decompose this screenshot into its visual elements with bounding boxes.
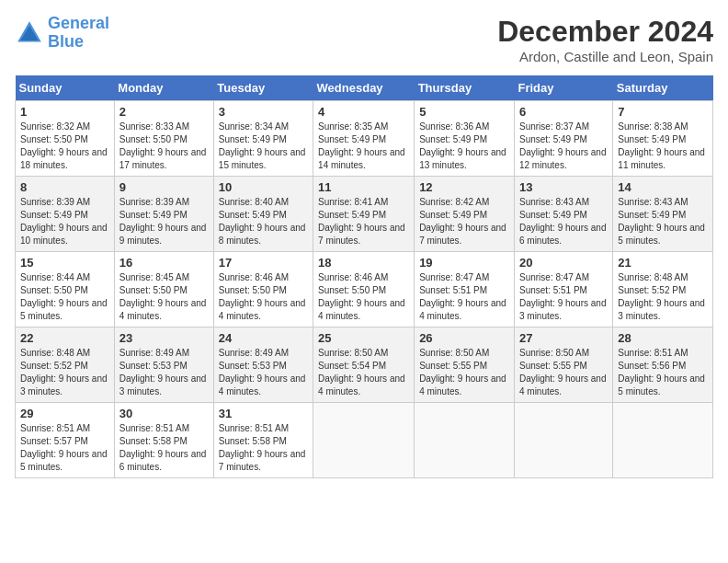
day-number: 17 xyxy=(219,256,308,270)
day-number: 20 xyxy=(519,256,608,270)
day-number: 3 xyxy=(219,105,308,119)
title-block: December 2024 Ardon, Castille and Leon, … xyxy=(497,15,713,64)
day-number: 28 xyxy=(618,331,708,345)
location-title: Ardon, Castille and Leon, Spain xyxy=(497,49,713,64)
weekday-header-row: SundayMondayTuesdayWednesdayThursdayFrid… xyxy=(16,75,713,101)
calendar-cell xyxy=(514,403,612,478)
weekday-header-saturday: Saturday xyxy=(613,75,713,101)
calendar-cell: 22 Sunrise: 8:48 AMSunset: 5:52 PMDaylig… xyxy=(16,327,115,403)
day-number: 5 xyxy=(419,105,509,119)
cell-info: Sunrise: 8:48 AMSunset: 5:52 PMDaylight:… xyxy=(20,347,109,398)
day-number: 15 xyxy=(20,256,109,270)
day-number: 13 xyxy=(519,180,608,194)
cell-info: Sunrise: 8:35 AMSunset: 5:49 PMDaylight:… xyxy=(318,121,409,172)
cell-info: Sunrise: 8:51 AMSunset: 5:58 PMDaylight:… xyxy=(219,422,308,474)
cell-info: Sunrise: 8:43 AMSunset: 5:49 PMDaylight:… xyxy=(618,196,708,247)
calendar-cell: 27 Sunrise: 8:50 AMSunset: 5:55 PMDaylig… xyxy=(514,327,612,403)
calendar-cell: 17 Sunrise: 8:46 AMSunset: 5:50 PMDaylig… xyxy=(213,252,313,327)
calendar-week-5: 29 Sunrise: 8:51 AMSunset: 5:57 PMDaylig… xyxy=(16,403,713,478)
calendar-cell: 5 Sunrise: 8:36 AMSunset: 5:49 PMDayligh… xyxy=(415,101,515,177)
day-number: 19 xyxy=(419,256,509,270)
calendar-week-4: 22 Sunrise: 8:48 AMSunset: 5:52 PMDaylig… xyxy=(16,327,713,403)
calendar-cell: 25 Sunrise: 8:50 AMSunset: 5:54 PMDaylig… xyxy=(313,327,415,403)
day-number: 21 xyxy=(618,256,708,270)
cell-info: Sunrise: 8:44 AMSunset: 5:50 PMDaylight:… xyxy=(20,271,109,323)
calendar-cell: 23 Sunrise: 8:49 AMSunset: 5:53 PMDaylig… xyxy=(114,327,213,403)
cell-info: Sunrise: 8:45 AMSunset: 5:50 PMDaylight:… xyxy=(119,271,209,323)
calendar-cell: 21 Sunrise: 8:48 AMSunset: 5:52 PMDaylig… xyxy=(613,252,713,327)
cell-info: Sunrise: 8:49 AMSunset: 5:53 PMDaylight:… xyxy=(219,347,308,398)
day-number: 27 xyxy=(519,331,608,345)
weekday-header-thursday: Thursday xyxy=(415,75,515,101)
day-number: 2 xyxy=(119,105,209,119)
day-number: 29 xyxy=(20,407,109,420)
cell-info: Sunrise: 8:40 AMSunset: 5:49 PMDaylight:… xyxy=(219,196,308,247)
cell-info: Sunrise: 8:33 AMSunset: 5:50 PMDaylight:… xyxy=(119,121,209,172)
cell-info: Sunrise: 8:37 AMSunset: 5:49 PMDaylight:… xyxy=(519,121,608,172)
day-number: 22 xyxy=(20,331,109,345)
cell-info: Sunrise: 8:46 AMSunset: 5:50 PMDaylight:… xyxy=(219,271,308,323)
day-number: 24 xyxy=(219,331,308,345)
calendar-cell: 15 Sunrise: 8:44 AMSunset: 5:50 PMDaylig… xyxy=(16,252,115,327)
calendar-cell: 26 Sunrise: 8:50 AMSunset: 5:55 PMDaylig… xyxy=(415,327,515,403)
cell-info: Sunrise: 8:43 AMSunset: 5:49 PMDaylight:… xyxy=(519,196,608,247)
calendar-cell: 16 Sunrise: 8:45 AMSunset: 5:50 PMDaylig… xyxy=(114,252,213,327)
day-number: 11 xyxy=(318,180,409,194)
calendar-cell: 29 Sunrise: 8:51 AMSunset: 5:57 PMDaylig… xyxy=(16,403,115,478)
calendar-cell: 12 Sunrise: 8:42 AMSunset: 5:49 PMDaylig… xyxy=(415,177,515,252)
calendar-cell: 30 Sunrise: 8:51 AMSunset: 5:58 PMDaylig… xyxy=(114,403,213,478)
day-number: 18 xyxy=(318,256,409,270)
day-number: 23 xyxy=(119,331,209,345)
day-number: 10 xyxy=(219,180,308,194)
cell-info: Sunrise: 8:39 AMSunset: 5:49 PMDaylight:… xyxy=(119,196,209,247)
cell-info: Sunrise: 8:50 AMSunset: 5:55 PMDaylight:… xyxy=(419,347,509,398)
calendar-cell: 20 Sunrise: 8:47 AMSunset: 5:51 PMDaylig… xyxy=(514,252,612,327)
calendar-cell: 4 Sunrise: 8:35 AMSunset: 5:49 PMDayligh… xyxy=(313,101,415,177)
calendar-cell: 1 Sunrise: 8:32 AMSunset: 5:50 PMDayligh… xyxy=(16,101,115,177)
weekday-header-monday: Monday xyxy=(114,75,213,101)
cell-info: Sunrise: 8:50 AMSunset: 5:55 PMDaylight:… xyxy=(519,347,608,398)
calendar-cell: 3 Sunrise: 8:34 AMSunset: 5:49 PMDayligh… xyxy=(213,101,313,177)
cell-info: Sunrise: 8:36 AMSunset: 5:49 PMDaylight:… xyxy=(419,121,509,172)
calendar-cell: 28 Sunrise: 8:51 AMSunset: 5:56 PMDaylig… xyxy=(613,327,713,403)
calendar-week-1: 1 Sunrise: 8:32 AMSunset: 5:50 PMDayligh… xyxy=(16,101,713,177)
calendar-cell xyxy=(613,403,713,478)
calendar-cell: 7 Sunrise: 8:38 AMSunset: 5:49 PMDayligh… xyxy=(613,101,713,177)
cell-info: Sunrise: 8:47 AMSunset: 5:51 PMDaylight:… xyxy=(419,271,509,323)
cell-info: Sunrise: 8:51 AMSunset: 5:58 PMDaylight:… xyxy=(119,422,209,474)
calendar-cell: 18 Sunrise: 8:46 AMSunset: 5:50 PMDaylig… xyxy=(313,252,415,327)
calendar-cell: 13 Sunrise: 8:43 AMSunset: 5:49 PMDaylig… xyxy=(514,177,612,252)
calendar-cell xyxy=(415,403,515,478)
day-number: 14 xyxy=(618,180,708,194)
day-number: 16 xyxy=(119,256,209,270)
cell-info: Sunrise: 8:49 AMSunset: 5:53 PMDaylight:… xyxy=(119,347,209,398)
month-title: December 2024 xyxy=(497,15,713,49)
calendar-cell: 2 Sunrise: 8:33 AMSunset: 5:50 PMDayligh… xyxy=(114,101,213,177)
calendar-week-2: 8 Sunrise: 8:39 AMSunset: 5:49 PMDayligh… xyxy=(16,177,713,252)
cell-info: Sunrise: 8:41 AMSunset: 5:49 PMDaylight:… xyxy=(318,196,409,247)
cell-info: Sunrise: 8:32 AMSunset: 5:50 PMDaylight:… xyxy=(20,121,109,172)
weekday-header-sunday: Sunday xyxy=(16,75,115,101)
cell-info: Sunrise: 8:42 AMSunset: 5:49 PMDaylight:… xyxy=(419,196,509,247)
day-number: 30 xyxy=(119,407,209,420)
calendar-cell: 14 Sunrise: 8:43 AMSunset: 5:49 PMDaylig… xyxy=(613,177,713,252)
day-number: 6 xyxy=(519,105,608,119)
cell-info: Sunrise: 8:51 AMSunset: 5:57 PMDaylight:… xyxy=(20,422,109,474)
calendar-cell: 6 Sunrise: 8:37 AMSunset: 5:49 PMDayligh… xyxy=(514,101,612,177)
day-number: 31 xyxy=(219,407,308,420)
calendar-cell: 11 Sunrise: 8:41 AMSunset: 5:49 PMDaylig… xyxy=(313,177,415,252)
day-number: 8 xyxy=(20,180,109,194)
day-number: 9 xyxy=(119,180,209,194)
logo-icon xyxy=(15,18,44,48)
cell-info: Sunrise: 8:46 AMSunset: 5:50 PMDaylight:… xyxy=(318,271,409,323)
weekday-header-friday: Friday xyxy=(514,75,612,101)
cell-info: Sunrise: 8:34 AMSunset: 5:49 PMDaylight:… xyxy=(219,121,308,172)
cell-info: Sunrise: 8:48 AMSunset: 5:52 PMDaylight:… xyxy=(618,271,708,323)
logo-text: General Blue xyxy=(48,15,109,52)
calendar-cell: 24 Sunrise: 8:49 AMSunset: 5:53 PMDaylig… xyxy=(213,327,313,403)
day-number: 4 xyxy=(318,105,409,119)
calendar-cell: 10 Sunrise: 8:40 AMSunset: 5:49 PMDaylig… xyxy=(213,177,313,252)
weekday-header-wednesday: Wednesday xyxy=(313,75,415,101)
cell-info: Sunrise: 8:39 AMSunset: 5:49 PMDaylight:… xyxy=(20,196,109,247)
day-number: 1 xyxy=(20,105,109,119)
